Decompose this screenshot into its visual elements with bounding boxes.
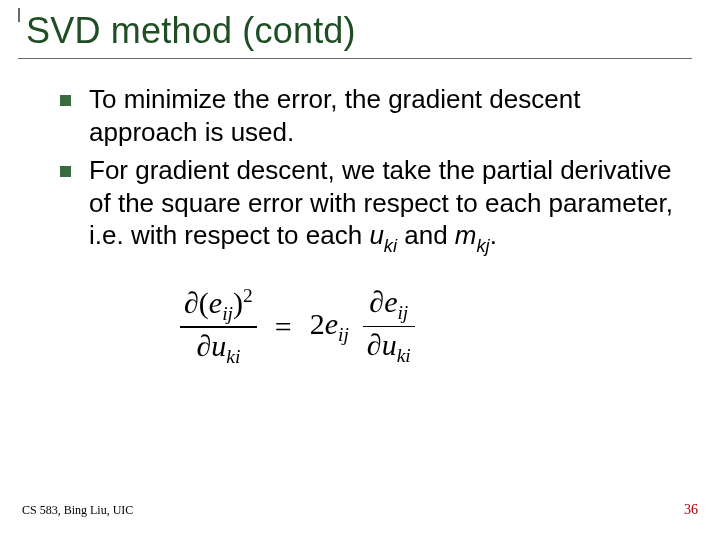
denominator: ∂uki	[363, 329, 415, 366]
equation: ∂(eij)2 ∂uki = 2eij ∂eij	[180, 286, 680, 367]
math-subscript: ij	[338, 324, 349, 345]
slide-number: 36	[684, 502, 698, 518]
slide-body: To minimize the error, the gradient desc…	[12, 83, 708, 367]
text-span: and	[397, 220, 455, 250]
denominator: ∂uki	[192, 330, 244, 367]
bullet-text: For gradient descent, we take the partia…	[89, 154, 680, 256]
math-subscript: ki	[397, 345, 411, 366]
partial-symbol: ∂	[196, 329, 211, 362]
partial-symbol: ∂	[367, 328, 382, 361]
math-subscript: kj	[476, 236, 489, 256]
title-rule: SVD method (contd)	[18, 8, 692, 59]
math-superscript: 2	[243, 285, 253, 306]
text-span: To minimize the error, the	[89, 84, 388, 114]
math-var: e	[325, 307, 338, 340]
math-var: m	[455, 220, 477, 250]
math-subscript: ki	[384, 236, 397, 256]
bullet-item: To minimize the error, the gradient desc…	[60, 83, 680, 148]
slide: SVD method (contd) To minimize the error…	[0, 0, 720, 540]
equation-block: ∂(eij)2 ∂uki = 2eij ∂eij	[180, 286, 680, 367]
slide-title: SVD method (contd)	[26, 10, 692, 52]
text-span: .	[490, 220, 497, 250]
bullet-text: To minimize the error, the gradient desc…	[89, 83, 680, 148]
math-number: 2	[310, 307, 325, 340]
bullet-marker-icon	[60, 95, 71, 106]
math-subscript: ij	[222, 303, 233, 324]
math-var: u	[369, 220, 383, 250]
math-subscript: ki	[226, 346, 240, 367]
footer-attribution: CS 583, Bing Liu, UIC	[22, 503, 133, 518]
partial-symbol: ∂	[369, 285, 384, 318]
coeff: 2eij	[310, 307, 349, 346]
math-var: e	[384, 285, 397, 318]
math-var: u	[382, 328, 397, 361]
numerator: ∂(eij)2	[180, 286, 257, 324]
slide-footer: CS 583, Bing Liu, UIC 36	[22, 502, 698, 518]
fraction-bar	[180, 326, 257, 327]
fraction-bar	[363, 326, 415, 327]
partial-symbol: ∂	[184, 286, 199, 319]
math-subscript: ij	[397, 302, 408, 323]
text-span: approach is used.	[89, 117, 294, 147]
bullet-marker-icon	[60, 166, 71, 177]
equals-sign: =	[271, 310, 296, 344]
bullet-item: For gradient descent, we take the partia…	[60, 154, 680, 256]
fraction-lhs: ∂(eij)2 ∂uki	[180, 286, 257, 367]
math-var: u	[211, 329, 226, 362]
fraction-rhs: ∂eij ∂uki	[363, 286, 415, 366]
text-emphasis: gradient descent	[388, 84, 580, 114]
math-var: e	[209, 286, 222, 319]
numerator: ∂eij	[365, 286, 412, 323]
